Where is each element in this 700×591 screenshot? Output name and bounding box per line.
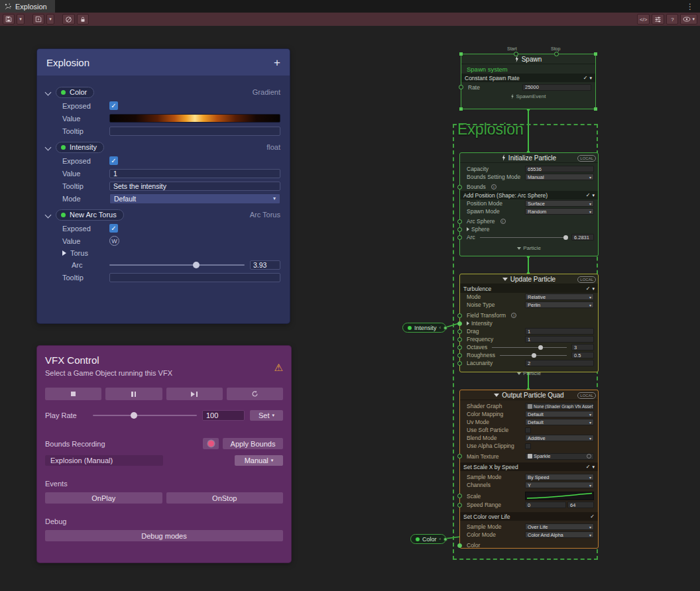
torus-foldout-label[interactable]: Torus	[70, 249, 88, 257]
world-space-badge[interactable]: W	[109, 236, 119, 246]
initialize-flow-output[interactable]: Particle	[460, 244, 598, 252]
color-mode-dropdown[interactable]: Color And Alpha▾	[525, 531, 594, 538]
soft-particle-checkbox[interactable]	[525, 427, 531, 433]
foldout-triangle-icon[interactable]	[467, 321, 469, 325]
rate-field[interactable]: 25000	[522, 84, 591, 91]
octaves-port[interactable]	[457, 345, 462, 350]
add-property-button[interactable]: +	[274, 57, 280, 68]
vfx-control-panel[interactable]: VFX Control Select a Game Object running…	[37, 346, 291, 563]
save-button[interactable]	[3, 14, 15, 25]
property-pill-color[interactable]: Color	[56, 87, 94, 98]
pause-button[interactable]	[105, 388, 162, 400]
tab-explosion[interactable]: Explosion	[0, 0, 55, 13]
speed-min-field[interactable]: 0	[525, 502, 566, 508]
graph-settings-button[interactable]	[652, 14, 664, 25]
property-pill-arc-torus[interactable]: New Arc Torus	[56, 209, 124, 221]
step-button[interactable]	[166, 388, 223, 400]
position-mode-dropdown[interactable]: Surface▾	[525, 200, 594, 207]
main-texture-object-field[interactable]: Sparkle	[525, 453, 594, 460]
slider-thumb[interactable]	[193, 262, 200, 268]
param-output-port[interactable]	[443, 326, 447, 330]
help-button[interactable]: ?	[666, 14, 678, 25]
sample-mode2-dropdown[interactable]: Over Life▾	[525, 523, 594, 530]
color-port[interactable]	[457, 543, 462, 548]
scale-port[interactable]	[457, 494, 462, 498]
chevron-down-icon[interactable]	[45, 211, 52, 218]
turbulence-block[interactable]: Turbulence ✓▾	[460, 284, 598, 293]
collapse-chevron-icon[interactable]: ▾	[592, 193, 595, 198]
bounds-mode-dropdown[interactable]: Manual▾	[525, 174, 594, 180]
intensity-value-input[interactable]: 1	[109, 169, 280, 178]
frequency-port[interactable]	[457, 337, 462, 342]
sample-mode-dropdown[interactable]: By Speed▾	[525, 474, 594, 480]
constant-spawn-rate-block[interactable]: Constant Spawn Rate ✓▾	[461, 74, 595, 82]
graph-canvas[interactable]: Explosion Start Stop Spawn Spawn system …	[0, 26, 700, 591]
system-label[interactable]: Explosion	[457, 121, 524, 138]
manual-button[interactable]: Manual ▾	[235, 455, 283, 466]
slider-thumb[interactable]	[131, 412, 137, 419]
blackboard-panel[interactable]: Explosion + Color Gradient Exposed ✓ Val…	[37, 49, 290, 323]
noise-type-dropdown[interactable]: Perlin▾	[525, 301, 594, 308]
channels-dropdown[interactable]: Y▾	[525, 482, 594, 488]
object-picker-icon[interactable]	[587, 454, 591, 458]
onstop-button[interactable]: OnStop	[166, 492, 284, 504]
lacunarity-field[interactable]: 2	[525, 360, 594, 366]
speed-max-field[interactable]: 64	[567, 502, 594, 508]
save-all-button[interactable]	[32, 14, 44, 25]
scale-curve-field[interactable]	[525, 492, 594, 500]
capacity-field[interactable]: 65536	[525, 166, 594, 172]
color-gradient-field[interactable]	[109, 114, 280, 123]
output-node[interactable]: Output Particle Quad LOCAL Shader Graph …	[459, 390, 599, 549]
roughness-port[interactable]	[457, 353, 462, 358]
slider-thumb[interactable]	[563, 235, 568, 240]
arc-slider[interactable]	[480, 234, 567, 241]
code-view-button[interactable]: </>	[637, 14, 650, 25]
update-flow-output[interactable]: Particle	[460, 369, 598, 378]
arc-torus-tooltip-input[interactable]	[109, 273, 280, 282]
set-button[interactable]: Set ▾	[250, 410, 283, 421]
apply-bounds-button[interactable]: Apply Bounds	[223, 438, 283, 449]
attach-target-field[interactable]: Explosion (Manual)	[45, 455, 163, 466]
drag-field[interactable]: 1	[525, 328, 594, 335]
roughness-field[interactable]: 0.5	[571, 352, 594, 358]
intensity-tooltip-input[interactable]: Sets the intensity	[109, 182, 280, 191]
link-toggle-button[interactable]	[62, 14, 75, 25]
property-pill-intensity[interactable]: Intensity	[56, 142, 104, 153]
block-enabled-check-icon[interactable]: ✓	[586, 286, 591, 292]
block-enabled-check-icon[interactable]: ✓	[583, 75, 588, 81]
restart-button[interactable]	[227, 388, 283, 400]
alpha-clipping-checkbox[interactable]	[525, 443, 531, 449]
initialize-node[interactable]: Initialize Particle LOCAL Capacity 65536…	[459, 152, 599, 256]
visibility-button[interactable]: ▾	[680, 14, 697, 25]
param-node-color[interactable]: Color ‹	[410, 534, 446, 544]
block-enabled-check-icon[interactable]: ✓	[590, 513, 595, 519]
drag-port[interactable]	[457, 329, 462, 334]
field-transform-port[interactable]	[457, 313, 462, 318]
bounds-port[interactable]	[457, 185, 462, 189]
rate-port[interactable]	[459, 85, 463, 89]
foldout-triangle-icon[interactable]	[62, 250, 66, 256]
collapse-chevron-icon[interactable]: ‹	[439, 325, 441, 331]
spawn-node[interactable]: Start Stop Spawn Spawn system Constant S…	[461, 54, 596, 109]
foldout-triangle-icon[interactable]	[467, 227, 469, 231]
add-position-block[interactable]: Add Position (Shape: Arc Sphere) ✓▾	[460, 191, 598, 199]
blackboard-header[interactable]: Explosion +	[37, 49, 290, 76]
param-output-port[interactable]	[443, 537, 447, 541]
play-rate-slider[interactable]	[93, 411, 197, 420]
block-enabled-check-icon[interactable]: ✓	[586, 192, 591, 198]
save-all-dropdown-button[interactable]: ▾	[46, 14, 54, 25]
record-button[interactable]	[203, 438, 219, 449]
main-texture-port[interactable]	[457, 454, 462, 458]
save-dropdown-button[interactable]: ▾	[17, 14, 25, 25]
color-exposed-checkbox[interactable]: ✓	[109, 101, 118, 110]
arc-slider[interactable]	[109, 260, 245, 270]
update-node[interactable]: Update Particle LOCAL Turbulence ✓▾ Mode…	[459, 274, 599, 372]
color-mapping-dropdown[interactable]: Default▾	[525, 411, 594, 417]
arc-torus-exposed-checkbox[interactable]: ✓	[109, 224, 118, 233]
intensity-exposed-checkbox[interactable]: ✓	[109, 156, 118, 165]
speed-range-port[interactable]	[457, 503, 462, 508]
collapse-chevron-icon[interactable]: ‹	[439, 536, 441, 542]
arc-port[interactable]	[457, 235, 462, 240]
sphere-port[interactable]	[457, 227, 462, 232]
more-menu-button[interactable]: ⋮	[680, 0, 700, 13]
